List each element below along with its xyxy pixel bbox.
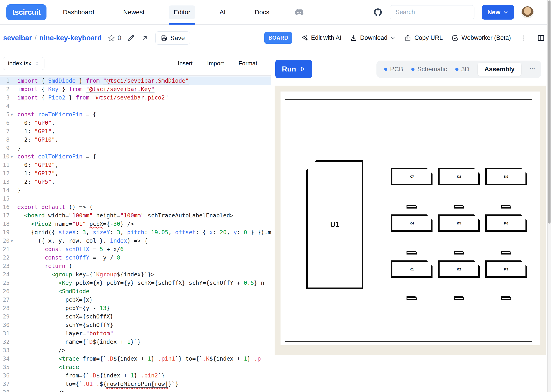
fold-chevron-icon[interactable]	[10, 194, 14, 203]
code-line[interactable]: import { SmdDiode } from "@tsci/seveibar…	[17, 77, 271, 85]
file-selector[interactable]: index.tsx	[3, 57, 44, 70]
code-line[interactable]	[17, 102, 271, 110]
line-number[interactable]: 29	[0, 312, 14, 321]
line-number[interactable]: 33	[0, 346, 14, 354]
line-number[interactable]: 24	[0, 270, 14, 279]
view-tabs-more-icon[interactable]: •••	[530, 66, 535, 73]
view-tab-schematic[interactable]: Schematic	[411, 66, 447, 73]
panel-layout-toggle-icon[interactable]	[537, 34, 545, 42]
fold-chevron-icon[interactable]	[10, 127, 14, 135]
line-number[interactable]: 7	[0, 127, 14, 135]
component-u1[interactable]: U1	[306, 160, 363, 289]
code-line[interactable]: pcbY={y - 13}	[17, 304, 271, 312]
code-line[interactable]: 1: "GP17",	[17, 169, 271, 178]
fold-chevron-icon[interactable]	[10, 211, 14, 220]
component-key-k2[interactable]: K2	[438, 260, 480, 278]
code-line[interactable]: <trace from={`.D${index + 1} .pin1`} to=…	[17, 354, 271, 363]
fold-chevron-icon[interactable]	[10, 186, 14, 194]
code-line[interactable]: <board width="100mm" height="100mm" schT…	[17, 211, 271, 220]
component-smd-diode[interactable]	[454, 205, 464, 209]
code-line[interactable]: return (	[17, 262, 271, 270]
fold-chevron-icon[interactable]	[10, 169, 14, 178]
edit-with-ai-button[interactable]: Edit with AI	[301, 34, 342, 42]
fold-chevron-icon[interactable]	[10, 135, 14, 144]
code-line[interactable]: schX={schOffX}	[17, 312, 271, 321]
component-key-k7[interactable]: K7	[391, 168, 432, 185]
code-line[interactable]: <Pico2 name="U1" pcbX={-30} />	[17, 220, 271, 228]
component-key-k8[interactable]: K8	[438, 168, 480, 185]
code-line[interactable]: name={`D${index + 1}`}	[17, 338, 271, 346]
line-number[interactable]: 18	[0, 220, 14, 228]
component-smd-diode[interactable]	[501, 205, 511, 209]
line-number[interactable]: 14	[0, 186, 14, 194]
fold-chevron-icon[interactable]	[10, 93, 14, 102]
component-smd-diode[interactable]	[454, 251, 464, 254]
line-number[interactable]: 23	[0, 262, 14, 270]
component-smd-diode[interactable]	[501, 251, 511, 254]
fold-chevron-icon[interactable]	[10, 228, 14, 237]
fold-chevron-icon[interactable]	[10, 270, 14, 279]
fold-chevron-icon[interactable]: ∨	[10, 110, 14, 119]
component-smd-diode[interactable]	[407, 251, 417, 254]
line-number[interactable]: 30	[0, 321, 14, 329]
code-line[interactable]: export default () => (	[17, 203, 271, 211]
fold-chevron-icon[interactable]	[10, 287, 14, 295]
editor-menu-format[interactable]: Format	[239, 60, 257, 67]
component-key-k9[interactable]: K9	[485, 168, 527, 185]
nav-item-newest[interactable]: Newest	[118, 0, 150, 24]
fold-chevron-icon[interactable]	[10, 388, 14, 392]
download-button[interactable]: Download	[350, 34, 396, 42]
copy-url-button[interactable]: Copy URL	[404, 34, 443, 42]
code-line[interactable]: to={`.U1 .${rowToMicroPin[row]}`}	[17, 380, 271, 388]
line-number[interactable]: 10∨	[0, 152, 14, 161]
line-number[interactable]: 35	[0, 363, 14, 371]
nav-item-editor[interactable]: Editor	[169, 0, 195, 24]
fold-chevron-icon[interactable]	[10, 253, 14, 262]
code-line[interactable]	[17, 194, 271, 203]
user-avatar[interactable]	[521, 6, 534, 18]
code-line[interactable]: />	[17, 388, 271, 392]
line-number[interactable]: 9	[0, 144, 14, 152]
fold-chevron-icon[interactable]	[10, 312, 14, 321]
code-line[interactable]: 1: "GP1",	[17, 127, 271, 135]
fold-chevron-icon[interactable]	[10, 262, 14, 270]
line-number[interactable]: 15	[0, 194, 14, 203]
page-scrollbar[interactable]	[547, 0, 551, 392]
line-number[interactable]: 4	[0, 102, 14, 110]
new-button[interactable]: New	[482, 5, 514, 20]
code-line[interactable]: from={`.D${index + 1} .pin2`}	[17, 371, 271, 380]
fold-chevron-icon[interactable]	[10, 295, 14, 304]
fold-chevron-icon[interactable]	[10, 245, 14, 253]
nav-item-ai[interactable]: AI	[215, 0, 230, 24]
edit-pencil-icon[interactable]	[127, 34, 135, 42]
line-number[interactable]: 6	[0, 119, 14, 127]
fold-chevron-icon[interactable]	[10, 85, 14, 93]
line-number[interactable]: 20∨	[0, 237, 14, 245]
fold-chevron-icon[interactable]	[10, 279, 14, 287]
component-key-k5[interactable]: K5	[438, 214, 480, 232]
fold-chevron-icon[interactable]: ∨	[10, 237, 14, 245]
code-line[interactable]: <group key={`Kgroup${index}`}>	[17, 270, 271, 279]
code-line[interactable]: schY={schOffY}	[17, 321, 271, 329]
fold-chevron-icon[interactable]	[10, 77, 14, 85]
component-smd-diode[interactable]	[454, 296, 464, 300]
code-line[interactable]: const schOffX = 5 + x/6	[17, 245, 271, 253]
fold-chevron-icon[interactable]	[10, 161, 14, 169]
component-smd-diode[interactable]	[501, 296, 511, 300]
fold-chevron-icon[interactable]	[10, 354, 14, 363]
save-button[interactable]: Save	[155, 31, 190, 45]
board-outline[interactable]: U1K7K8K9K4K5K6K1K2K3	[285, 99, 532, 342]
code-line[interactable]: {grid({ sizeX: 3, sizeY: 3, pitch: 19.05…	[17, 228, 271, 237]
more-options-kebab-icon[interactable]	[520, 34, 528, 42]
code-area[interactable]: 12345∨678910∨11121314151617181920∨212223…	[0, 76, 271, 392]
open-share-icon[interactable]	[141, 34, 149, 42]
fold-chevron-icon[interactable]	[10, 363, 14, 371]
run-button[interactable]: Run	[275, 60, 312, 78]
line-number[interactable]: 11	[0, 161, 14, 169]
fold-chevron-icon[interactable]	[10, 144, 14, 152]
fold-chevron-icon[interactable]	[10, 102, 14, 110]
line-number[interactable]: 26	[0, 287, 14, 295]
line-number[interactable]: 5∨	[0, 110, 14, 119]
component-smd-diode[interactable]	[407, 296, 417, 300]
code-line[interactable]: }	[17, 186, 271, 194]
